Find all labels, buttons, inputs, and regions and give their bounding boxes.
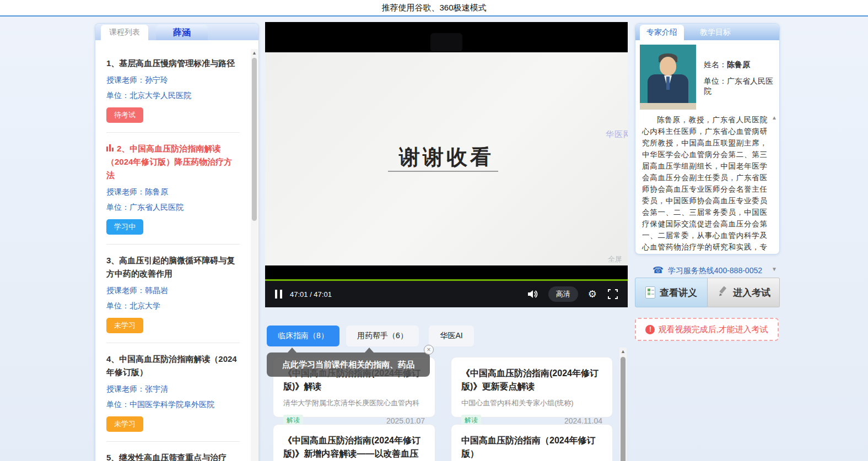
course-unit: 单位：北京大学 bbox=[106, 301, 240, 311]
status-badge: 学习中 bbox=[106, 219, 143, 235]
tab-clinical-guides[interactable]: 临床指南（8） bbox=[267, 326, 339, 346]
course-title: 4、中国高血压防治指南解读（2024年修订版） bbox=[106, 352, 240, 379]
course-item-1[interactable]: 1、基层高血压慢病管理标准与路径 授课老师：孙宁玲 单位：北京大学人民医院 待考… bbox=[106, 57, 240, 123]
video-player[interactable]: 谢谢收看 华医网 全屏 47:01 / 47:01 高清 ⚙ bbox=[265, 22, 628, 307]
tab-medication-helper[interactable]: 用药帮手（6） bbox=[346, 326, 419, 346]
pencil-icon bbox=[716, 285, 729, 300]
course-list: 1、基层高血压慢病管理标准与路径 授课老师：孙宁玲 单位：北京大学人民医院 待考… bbox=[95, 40, 258, 461]
video-title-underline bbox=[388, 171, 498, 172]
course-unit: 单位：广东省人民医院 bbox=[106, 203, 240, 213]
scrollbar-thumb[interactable] bbox=[252, 58, 257, 221]
guide-card[interactable]: 《中国高血压防治指南(2024年修订版)》更新要点解读 中国心血管内科相关专家小… bbox=[451, 357, 613, 417]
tab-teaching-goal[interactable]: 教学目标 bbox=[692, 25, 739, 40]
watermark-huayiwang: 华医网 bbox=[606, 129, 628, 140]
status-badge: 未学习 bbox=[106, 416, 143, 432]
video-surface[interactable]: 谢谢收看 华医网 全屏 bbox=[265, 52, 628, 265]
exam-warning: ! 观看视频完成后,才能进入考试 bbox=[635, 318, 779, 341]
expert-panel: 专家介绍 教学目标 姓名：陈鲁原 单位：广东省人民医院 陈鲁原，教授，广东省人民… bbox=[635, 23, 780, 254]
pause-button-icon[interactable] bbox=[275, 290, 282, 299]
course-teacher: 授课老师：孙宁玲 bbox=[106, 75, 240, 85]
course-unit: 单位：北京大学人民医院 bbox=[106, 91, 240, 101]
course-unit: 单位：中国医学科学院阜外医院 bbox=[106, 400, 240, 410]
now-playing-icon bbox=[106, 144, 114, 151]
guide-title: 《中国高血压防治指南(2024年修订版)》新增内容解读——以改善血压变异 bbox=[283, 434, 425, 461]
scroll-up-arrow-icon[interactable]: ▲ bbox=[619, 348, 627, 355]
phone-icon: ☎ bbox=[653, 265, 664, 275]
status-badge: 未学习 bbox=[106, 318, 143, 333]
course-teacher: 授课老师：陈鲁原 bbox=[106, 187, 240, 197]
hotline-text: 学习服务热线400-888-0052 bbox=[668, 266, 762, 275]
course-title: 3、高血压引起的脑微循环障碍与复方中药的改善作用 bbox=[106, 254, 240, 280]
exclamation-icon: ! bbox=[645, 325, 655, 334]
course-title: 2、中国高血压防治指南解读（2024年修订版）降压药物治疗方法 bbox=[106, 142, 240, 182]
browser-recommend-bar: 推荐使用谷歌、360极速模式 bbox=[0, 0, 868, 17]
expert-name: 陈鲁原 bbox=[727, 60, 750, 69]
course-item-5[interactable]: 5、继发性高血压筛查重点与治疗 授课老师：吴海英 单位：中国医学科学院阜外医院 bbox=[106, 451, 240, 461]
guide-title: 《中国高血压防治指南(2024年修订版)》更新要点解读 bbox=[461, 367, 602, 393]
course-panel-header: 课程列表 薛涵 bbox=[95, 24, 258, 40]
expert-unit-row: 单位：广东省人民医院 bbox=[704, 77, 775, 96]
guide-card[interactable]: 中国高血压防治指南（2024年修订版） 中国高血压防治指南修订委员会 bbox=[451, 424, 613, 461]
expert-name-row: 姓名：陈鲁原 bbox=[704, 60, 775, 70]
video-time: 47:01 / 47:01 bbox=[290, 290, 332, 299]
bio-scroll-up-icon[interactable]: ▲ bbox=[772, 115, 777, 121]
video-logo-placeholder bbox=[430, 33, 462, 52]
handout-doc-icon bbox=[645, 286, 655, 299]
course-item-3[interactable]: 3、高血压引起的脑微循环障碍与复方中药的改善作用 授课老师：韩晶岩 单位：北京大… bbox=[106, 254, 240, 333]
tab-expert-intro[interactable]: 专家介绍 bbox=[640, 25, 684, 40]
expert-panel-header: 专家介绍 教学目标 bbox=[635, 24, 779, 40]
scroll-up-arrow-icon[interactable]: ▲ bbox=[251, 49, 258, 57]
course-list-scrollbar[interactable]: ▲ bbox=[251, 49, 258, 461]
course-title: 1、基层高血压慢病管理标准与路径 bbox=[106, 57, 240, 70]
status-badge: 待考试 bbox=[106, 107, 143, 123]
fullscreen-hint-label: 全屏 bbox=[608, 254, 622, 264]
cards-scrollbar[interactable]: ▲ bbox=[619, 348, 627, 461]
expert-photo bbox=[640, 45, 696, 110]
guide-source: 中国心血管内科相关专家小组(统称) bbox=[461, 398, 602, 408]
course-item-4[interactable]: 4、中国高血压防治指南解读（2024年修订版） 授课老师：张宇清 单位：中国医学… bbox=[106, 352, 240, 432]
guide-tooltip: 点此学习当前课件相关的指南、药品 bbox=[267, 352, 430, 377]
course-teacher: 授课老师：韩晶岩 bbox=[106, 286, 240, 296]
course-list-panel: 课程列表 薛涵 1、基层高血压慢病管理标准与路径 授课老师：孙宁玲 单位：北京大… bbox=[95, 23, 259, 461]
divider bbox=[106, 132, 240, 133]
tooltip-close-icon[interactable]: × bbox=[424, 345, 434, 355]
resource-tabs: 临床指南（8） 用药帮手（6） 华医AI bbox=[267, 326, 474, 346]
recommend-text: 推荐使用谷歌、360极速模式 bbox=[381, 3, 486, 13]
enter-exam-button[interactable]: 进入考试 bbox=[708, 278, 780, 307]
course-title: 5、继发性高血压筛查重点与治疗 bbox=[106, 451, 240, 461]
divider bbox=[106, 343, 240, 343]
warning-text: 观看视频完成后,才能进入考试 bbox=[658, 324, 768, 335]
expert-bio: 陈鲁原，教授，广东省人民医院心内科主任医师，广东省心血管病研究所教授，中国高血压… bbox=[640, 114, 775, 253]
guide-title: 中国高血压防治指南（2024年修订版） bbox=[461, 434, 602, 460]
tab-course-list[interactable]: 课程列表 bbox=[101, 25, 148, 40]
divider bbox=[106, 441, 240, 442]
service-hotline: ☎ 学习服务热线400-888-0052 bbox=[635, 265, 780, 276]
guide-source: 清华大学附属北京清华长庚医院心血管内科 bbox=[283, 398, 425, 408]
volume-icon[interactable] bbox=[527, 289, 538, 299]
settings-gear-icon[interactable]: ⚙ bbox=[588, 288, 597, 300]
video-end-title: 谢谢收看 bbox=[265, 143, 628, 171]
course-item-2-active[interactable]: 2、中国高血压防治指南解读（2024年修订版）降压药物治疗方法 授课老师：陈鲁原… bbox=[106, 142, 240, 235]
view-handout-button[interactable]: 查看讲义 bbox=[635, 278, 708, 307]
scrollbar-thumb[interactable] bbox=[621, 357, 626, 461]
tab-user-name[interactable]: 薛涵 bbox=[156, 25, 208, 40]
tooltip-text: 点此学习当前课件相关的指南、药品 bbox=[282, 360, 414, 370]
fullscreen-icon[interactable] bbox=[608, 289, 618, 299]
course-teacher: 授课老师：张宇清 bbox=[106, 384, 240, 394]
tab-huayi-ai[interactable]: 华医AI bbox=[429, 326, 474, 346]
divider bbox=[106, 244, 240, 245]
action-buttons: 查看讲义 进入考试 bbox=[635, 278, 780, 307]
video-control-bar: 47:01 / 47:01 高清 ⚙ bbox=[265, 281, 628, 307]
guide-card[interactable]: 《中国高血压防治指南(2024年修订版)》新增内容解读——以改善血压变异 bbox=[273, 424, 435, 461]
quality-selector[interactable]: 高清 bbox=[548, 286, 578, 302]
